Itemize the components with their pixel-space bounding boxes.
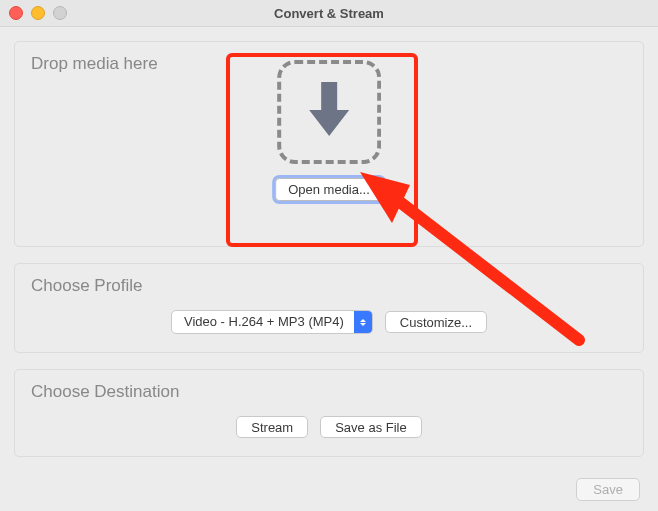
choose-destination-panel: Choose Destination Stream Save as File <box>14 369 644 457</box>
choose-profile-panel: Choose Profile Video - H.264 + MP3 (MP4)… <box>14 263 644 353</box>
window-zoom-button[interactable] <box>53 6 67 20</box>
drop-zone-box[interactable] <box>277 60 381 164</box>
drop-media-panel: Drop media here Open media... <box>14 41 644 247</box>
choose-destination-heading: Choose Destination <box>31 382 627 402</box>
stepper-icon <box>354 311 372 333</box>
profile-select[interactable]: Video - H.264 + MP3 (MP4) <box>171 310 373 334</box>
titlebar: Convert & Stream <box>0 0 658 27</box>
save-button: Save <box>576 478 640 501</box>
customize-button[interactable]: Customize... <box>385 311 487 333</box>
window-title: Convert & Stream <box>0 6 658 21</box>
window-close-button[interactable] <box>9 6 23 20</box>
open-media-button[interactable]: Open media... <box>275 178 383 201</box>
save-as-file-button[interactable]: Save as File <box>320 416 422 438</box>
traffic-lights <box>0 6 67 20</box>
download-arrow-icon <box>305 78 353 146</box>
stream-button[interactable]: Stream <box>236 416 308 438</box>
drop-zone[interactable]: Open media... <box>275 60 383 201</box>
choose-profile-heading: Choose Profile <box>31 276 627 296</box>
window-minimize-button[interactable] <box>31 6 45 20</box>
profile-select-value: Video - H.264 + MP3 (MP4) <box>172 311 354 333</box>
footer: Save <box>576 478 640 501</box>
